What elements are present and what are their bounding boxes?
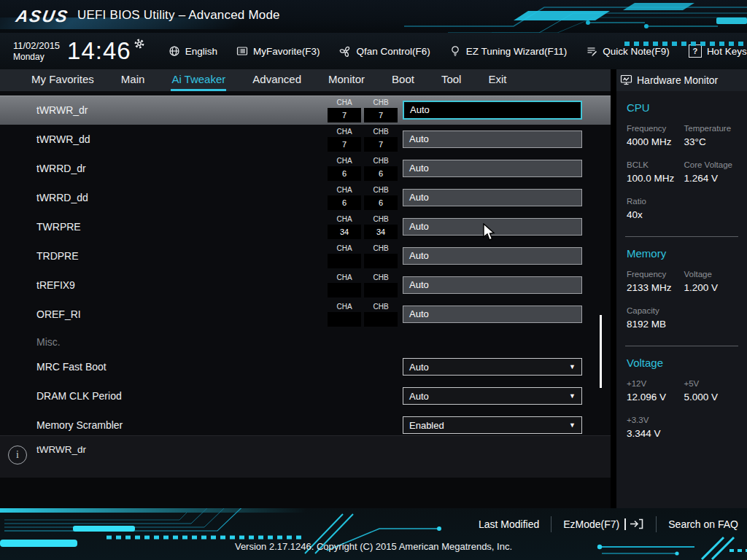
quick-note-button[interactable]: Quick Note(F9) xyxy=(586,45,670,57)
nav-tab[interactable]: Ai Tweaker xyxy=(171,69,226,91)
param-label: tWRWR_dd xyxy=(36,133,90,145)
asus-logo: ASUS xyxy=(15,7,71,26)
param-row[interactable]: TRDPRE CHA CHB Auto xyxy=(0,241,611,271)
last-modified-button[interactable]: Last Modified xyxy=(479,518,539,530)
channel-a-cell: CHA 6 xyxy=(328,185,361,210)
footer-divider xyxy=(551,516,551,532)
settings-panel: tWRWR_dr CHA 7 CHB 7 Auto tWRWR_dd CHA xyxy=(0,91,611,435)
param-value-input[interactable]: Auto xyxy=(403,101,582,120)
param-value-input[interactable]: Auto xyxy=(403,306,582,323)
param-value-input[interactable]: Auto xyxy=(403,247,582,265)
nav-tab[interactable]: Main xyxy=(120,69,146,91)
channel-a-header: CHA xyxy=(328,98,361,107)
mouse-cursor xyxy=(481,223,498,242)
language-button[interactable]: English xyxy=(169,45,217,57)
channel-b-value: 6 xyxy=(364,195,398,210)
globe-icon xyxy=(169,45,180,57)
param-row[interactable]: tWRRD_dr CHA 6 CHB 6 Auto xyxy=(0,154,611,183)
hw-entry: Frequency 2133 MHz xyxy=(627,270,680,293)
param-list: tWRWR_dr CHA 7 CHB 7 Auto tWRWR_dd CHA xyxy=(0,96,611,329)
ezmode-label: EzMode(F7) xyxy=(563,518,619,530)
param-row[interactable]: OREF_RI CHA CHB Auto xyxy=(0,300,611,329)
cpu-section: CPU Frequency 4000 MHz Temperature 33°C … xyxy=(616,91,747,236)
channel-a-cell: CHA 6 xyxy=(328,156,361,181)
qfan-control-button[interactable]: Qfan Control(F6) xyxy=(339,45,430,58)
channel-a-value xyxy=(328,312,361,327)
clock-settings-gear-icon[interactable] xyxy=(133,38,145,50)
param-row[interactable]: tWRWR_dd CHA 7 CHB 7 Auto xyxy=(0,125,611,154)
nav-tab[interactable]: Exit xyxy=(487,69,507,91)
channel-b-header: CHB xyxy=(364,273,398,282)
description-text: tWRWR_dr xyxy=(36,444,86,455)
myfavorite-button[interactable]: MyFavorite(F3) xyxy=(236,45,320,57)
scrollbar-thumb[interactable] xyxy=(600,315,602,388)
qfan-label: Qfan Control(F6) xyxy=(357,46,430,57)
param-value-input[interactable]: Auto xyxy=(403,160,582,177)
dropdown-label: DRAM CLK Period xyxy=(36,390,122,402)
hw-entry-value: 12.096 V xyxy=(627,392,680,402)
dropdown-row[interactable]: Memory Scrambler Enabled ▼ xyxy=(0,411,611,435)
date-value: 11/02/2015 xyxy=(13,40,60,52)
toolbar: 11/02/2015 Monday 14:46 English xyxy=(0,33,747,69)
hardware-monitor-title: Hardware Monitor xyxy=(637,74,718,86)
hw-entry-label: +3.3V xyxy=(627,416,680,424)
hw-entry-value: 3.344 V xyxy=(627,428,680,439)
nav-tab[interactable]: Boot xyxy=(391,69,415,91)
main-menu-bar: My Favorites Main Ai Tweaker Advanced Mo… xyxy=(0,69,611,91)
hw-entry-label: Core Voltage xyxy=(684,160,738,169)
channel-a-header: CHA xyxy=(328,127,361,136)
chevron-down-icon: ▼ xyxy=(569,392,576,400)
param-row[interactable]: tWRRD_dd CHA 6 CHB 6 Auto xyxy=(0,183,611,212)
param-row[interactable]: tREFIX9 CHA CHB Auto xyxy=(0,271,611,300)
dropdown-label: MRC Fast Boot xyxy=(36,361,107,373)
channel-a-header: CHA xyxy=(328,302,361,311)
param-value-input[interactable]: Auto xyxy=(403,131,582,148)
param-row[interactable]: tWRWR_dr CHA 7 CHB 7 Auto xyxy=(0,96,611,125)
dropdown-select[interactable]: Auto ▼ xyxy=(403,358,582,376)
param-label: tWRWR_dr xyxy=(36,104,88,116)
exit-arrow-icon xyxy=(630,518,644,529)
dropdown-row[interactable]: MRC Fast Boot Auto ▼ xyxy=(0,352,611,381)
param-value-input[interactable]: Auto xyxy=(403,276,582,294)
voltage-section: Voltage +12V 12.096 V +5V 5.000 V +3.3V xyxy=(616,346,747,455)
nav-tab[interactable]: Tool xyxy=(441,69,462,91)
nav-tab[interactable]: Monitor xyxy=(328,69,365,91)
channel-a-value: 7 xyxy=(328,137,361,152)
param-label: tWRRD_dr xyxy=(36,163,86,174)
channel-a-cell: CHA xyxy=(328,273,361,298)
dropdown-select[interactable]: Auto ▼ xyxy=(403,387,582,405)
dropdown-row[interactable]: DRAM CLK Period Auto ▼ xyxy=(0,381,611,411)
page-title: UEFI BIOS Utility – Advanced Mode xyxy=(77,8,280,23)
hw-entry-label: Ratio xyxy=(627,197,680,206)
footer-divider xyxy=(656,516,657,532)
param-label: TRDPRE xyxy=(36,250,79,262)
channel-b-header: CHB xyxy=(364,244,398,253)
ezmode-button[interactable]: EzMode(F7) xyxy=(563,518,644,530)
param-row[interactable]: TWRPRE CHA 34 CHB 34 Auto xyxy=(0,212,611,241)
footer: Last Modified EzMode(F7) Search on FAQ xyxy=(0,508,747,560)
hw-entry: Frequency 4000 MHz xyxy=(627,124,680,147)
bottom-strip xyxy=(0,478,611,508)
hw-entry-label: Voltage xyxy=(684,270,738,279)
hot-keys-button[interactable]: ? Hot Keys xyxy=(689,44,747,58)
channel-b-value: 6 xyxy=(364,166,398,181)
nav-tab[interactable]: My Favorites xyxy=(31,69,95,91)
channel-a-header: CHA xyxy=(328,156,361,166)
hw-entry: Temperature 33°C xyxy=(684,124,738,147)
misc-section-header: Misc. xyxy=(36,336,61,348)
dropdown-value: Enabled xyxy=(409,420,444,431)
channel-a-cell: CHA 7 xyxy=(328,127,361,152)
channel-a-value xyxy=(328,283,361,298)
dropdown-select[interactable]: Enabled ▼ xyxy=(403,416,582,434)
hardware-monitor-panel: Hardware Monitor CPU Frequency 4000 MHz … xyxy=(616,69,747,508)
voltage-readings: +12V 12.096 V +5V 5.000 V +3.3V 3.344 V xyxy=(627,379,737,439)
channel-a-header: CHA xyxy=(328,214,361,224)
search-on-faq-button[interactable]: Search on FAQ xyxy=(668,518,738,530)
hw-entry-value: 40x xyxy=(627,209,680,220)
param-value-input[interactable]: Auto xyxy=(403,189,582,206)
channel-b-cell: CHB xyxy=(364,244,398,268)
hw-entry: BCLK 100.0 MHz xyxy=(627,160,680,184)
nav-tab[interactable]: Advanced xyxy=(252,69,302,91)
ez-tuning-wizard-button[interactable]: EZ Tuning Wizard(F11) xyxy=(449,45,568,57)
param-label: TWRPRE xyxy=(36,221,81,233)
